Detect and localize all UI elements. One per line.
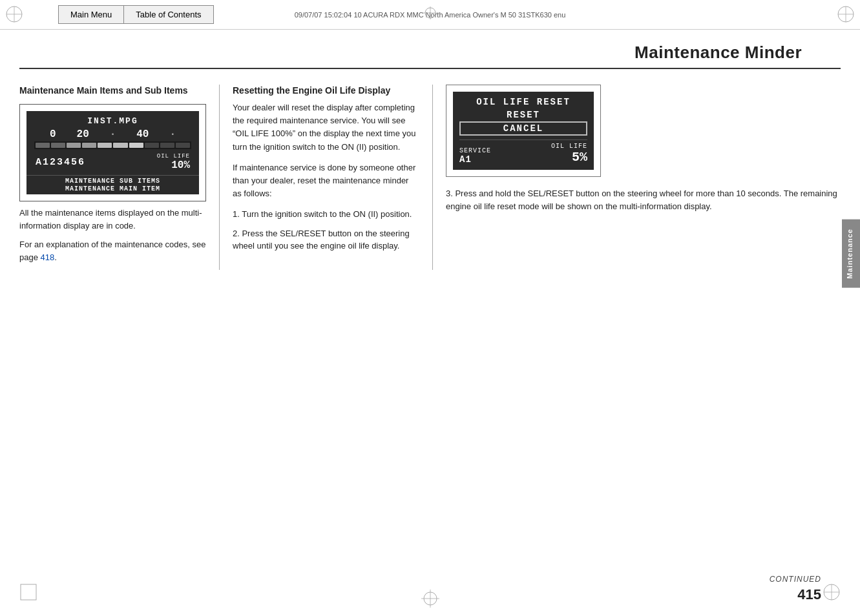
main-menu-button[interactable]: Main Menu — [58, 5, 123, 24]
oil-service-label: SERVICE — [459, 147, 491, 154]
inst-dash2: · — [169, 128, 176, 140]
inst-num-40: 40 — [136, 128, 149, 140]
oil-display-bottom: SERVICE A1 OIL LIFE 5% — [459, 139, 587, 165]
inst-oil-value: 10% — [157, 159, 190, 171]
step-1: 1. Turn the ignition switch to the ON (I… — [233, 208, 419, 221]
oil-display-title: OIL LIFE RESET — [459, 97, 587, 107]
inst-oil-life: OIL LIFE 10% — [157, 153, 190, 171]
oil-service-code: A1 — [459, 154, 491, 165]
print-mark-bottom-left — [19, 583, 37, 603]
mid-body1: Your dealer will reset the display after… — [233, 101, 419, 154]
mid-column: Resetting the Engine Oil Life Display Yo… — [220, 85, 433, 270]
table-of-contents-button[interactable]: Table of Contents — [123, 5, 213, 24]
page-title: Maintenance Minder — [635, 43, 802, 62]
left-heading: Maintenance Main Items and Sub Items — [19, 85, 206, 96]
mid-heading: Resetting the Engine Oil Life Display — [233, 85, 419, 96]
print-mark-bottom-center — [421, 590, 439, 610]
inst-numbers: 0 20 · 40 · — [34, 128, 191, 140]
print-mark-top-center — [421, 6, 439, 21]
left-body1: All the maintenance items displayed on t… — [19, 207, 206, 232]
instrument-display: INST.MPG 0 20 · 40 · — [26, 111, 199, 175]
inst-mpg-label: INST.MPG — [34, 116, 191, 126]
sub-items-label: MAINTENANCE SUB ITEMS — [29, 178, 196, 185]
steps-list: 1. Turn the ignition switch to the ON (I… — [233, 208, 419, 252]
oil-display-inner: OIL LIFE RESET RESET CANCEL SERVICE A1 O… — [453, 92, 594, 170]
oil-display-cancel: CANCEL — [459, 121, 587, 136]
inst-num-0: 0 — [50, 128, 56, 140]
nav-buttons: Main Menu Table of Contents — [58, 5, 214, 24]
inst-odometer: A123456 — [36, 157, 85, 168]
inst-num-20: 20 — [77, 128, 89, 140]
inst-oil-label: OIL LIFE — [157, 153, 190, 159]
page-number: 415 — [770, 586, 821, 603]
oil-life-pct: 5% — [551, 150, 587, 165]
mid-body2: If maintenance service is done by someon… — [233, 161, 419, 200]
page-title-area: Maintenance Minder — [19, 30, 841, 69]
oil-display-box: OIL LIFE RESET RESET CANCEL SERVICE A1 O… — [446, 85, 601, 177]
print-mark-bottom-right — [823, 583, 841, 603]
inst-bottom-row: A123456 OIL LIFE 10% — [34, 153, 191, 171]
page-link[interactable]: 418 — [41, 252, 55, 262]
svg-rect-9 — [21, 584, 36, 600]
left-column: Maintenance Main Items and Sub Items INS… — [19, 85, 220, 270]
left-body2: For an explanation of the maintenance co… — [19, 238, 206, 263]
oil-life-label: OIL LIFE — [551, 143, 587, 150]
continued-text: CONTINUED — [770, 575, 821, 584]
oil-service-col: SERVICE A1 — [459, 147, 491, 165]
main-content: Maintenance Main Items and Sub Items INS… — [0, 69, 860, 270]
oil-display-reset: RESET — [459, 110, 587, 120]
bottom-area: CONTINUED 415 — [770, 575, 821, 603]
step3-text: 3. Press and hold the SEL/RESET button o… — [446, 187, 841, 213]
inst-dash: · — [110, 128, 116, 140]
right-column: OIL LIFE RESET RESET CANCEL SERVICE A1 O… — [433, 85, 841, 270]
step-2: 2. Press the SEL/RESET button on the ste… — [233, 227, 419, 252]
main-item-label: MAINTENANCE MAIN ITEM — [29, 185, 196, 192]
side-tab-maintenance[interactable]: Maintenance — [842, 220, 860, 288]
instrument-box: INST.MPG 0 20 · 40 · — [19, 104, 206, 201]
oil-life-right: OIL LIFE 5% — [551, 143, 587, 165]
